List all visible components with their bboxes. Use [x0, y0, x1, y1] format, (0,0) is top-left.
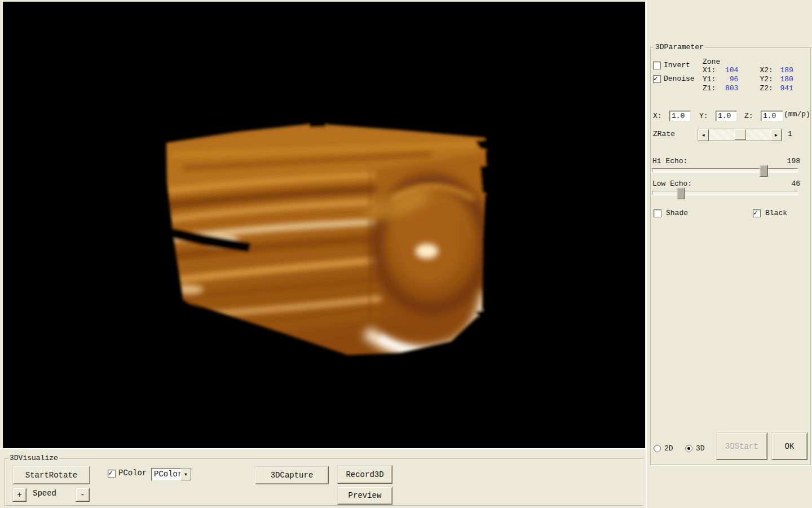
pcolor-dropdown-value: PColor [152, 468, 180, 480]
zone-x2-label: X2: [760, 66, 773, 75]
parameter-group-title: 3DParameter [654, 43, 705, 51]
hi-echo-label: Hi Echo: [652, 157, 687, 165]
zrate-scroll-thumb[interactable] [735, 129, 746, 140]
x-scale-input[interactable] [669, 111, 691, 121]
zone-z2-label: Z2: [760, 84, 773, 93]
record3d-button[interactable]: Record3D [337, 465, 392, 484]
zone-y2-value: 180 [773, 75, 793, 84]
visualize-groupbox: 3DVisualize StartRotate PColor PColor ▼ … [5, 458, 643, 506]
application-window: 3DParameter Invert Denoise Zone X1:104X2… [0, 0, 812, 508]
zone-z1-label: Z1: [703, 84, 716, 93]
zone-row: X1:104X2:189 [703, 66, 796, 75]
zrate-scroll-left-icon[interactable]: ◄ [698, 129, 709, 141]
parameter-sidebar: 3DParameter Invert Denoise Zone X1:104X2… [646, 0, 812, 508]
speed-minus-button[interactable]: - [76, 488, 90, 502]
shade-checkbox[interactable] [654, 209, 661, 217]
ok-button[interactable]: OK [771, 432, 807, 460]
zrate-scroll-track[interactable] [709, 129, 771, 140]
preview-button[interactable]: Preview [337, 487, 392, 505]
chevron-down-icon[interactable]: ▼ [180, 468, 191, 480]
mode-2d-label: 2D [664, 444, 673, 453]
zone-x2-value: 189 [773, 66, 793, 75]
hi-echo-value: 198 [778, 157, 800, 165]
low-echo-track[interactable] [652, 191, 798, 195]
zrate-scrollbar[interactable]: ◄ ► [698, 129, 782, 141]
zrate-value: 1 [788, 130, 792, 138]
zone-y1-value: 96 [716, 75, 738, 84]
mode-3d-radio[interactable] [685, 445, 692, 452]
zone-z2-value: 941 [773, 84, 793, 93]
shade-label: Shade [666, 209, 688, 217]
visualize-group-title: 3DVisualize [8, 454, 60, 462]
pcolor-checkbox[interactable] [108, 470, 116, 478]
start-rotate-button[interactable]: StartRotate [12, 466, 90, 484]
visualize-bar: 3DVisualize StartRotate PColor PColor ▼ … [0, 448, 646, 508]
zone-x1-value: 104 [716, 66, 738, 75]
zone-label: Zone [703, 58, 720, 66]
scale-unit-label: (mm/p) [784, 110, 810, 119]
3dcapture-button[interactable]: 3DCapture [255, 466, 329, 484]
mode-2d-radio[interactable] [654, 445, 661, 452]
y-scale-label: Y: [699, 112, 708, 120]
z-scale-label: Z: [744, 112, 753, 120]
speed-label: Speed [33, 489, 56, 498]
pcolor-label: PColor [118, 469, 147, 478]
y-scale-input[interactable] [716, 111, 737, 121]
zone-row: Z1:803Z2:941 [703, 84, 796, 93]
parameter-groupbox: 3DParameter Invert Denoise Zone X1:104X2… [650, 47, 811, 465]
denoise-checkbox[interactable] [653, 75, 661, 83]
3d-viewport[interactable] [3, 2, 645, 448]
low-echo-label: Low Echo: [652, 179, 692, 188]
z-scale-input[interactable] [761, 111, 783, 121]
low-echo-thumb[interactable] [677, 187, 685, 199]
ultrasound-volume-render [3, 2, 645, 448]
denoise-label: Denoise [664, 75, 695, 83]
black-label: Black [765, 209, 787, 217]
speed-plus-button[interactable]: + [12, 488, 27, 502]
zone-y2-label: Y2: [760, 75, 773, 84]
invert-label: Invert [664, 61, 690, 69]
zone-x1-label: X1: [703, 66, 716, 75]
mode-3d-label: 3D [696, 444, 705, 453]
zone-row: Y1:96Y2:180 [703, 75, 796, 84]
black-checkbox[interactable] [753, 209, 761, 217]
hi-echo-track[interactable] [652, 168, 798, 173]
zone-z1-value: 803 [716, 84, 738, 93]
invert-checkbox[interactable] [653, 62, 661, 69]
low-echo-value: 46 [778, 179, 800, 188]
zrate-label: ZRate [653, 130, 675, 138]
x-scale-label: X: [653, 112, 662, 120]
hi-echo-thumb[interactable] [760, 165, 768, 177]
low-echo-slider[interactable] [652, 187, 798, 199]
hi-echo-slider[interactable] [652, 165, 798, 176]
pcolor-dropdown[interactable]: PColor ▼ [151, 468, 192, 481]
zone-y1-label: Y1: [703, 75, 716, 84]
zrate-scroll-right-icon[interactable]: ► [771, 129, 782, 141]
3dstart-button[interactable]: 3DStart [716, 432, 767, 460]
